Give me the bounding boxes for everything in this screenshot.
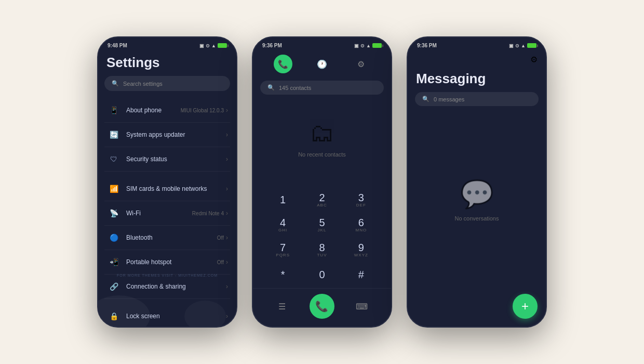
- settings-item-3[interactable]: 📶 SIM cards & mobile networks ›: [104, 177, 230, 201]
- msg-header: ⚙: [408, 50, 546, 69]
- key-num-7: 7: [280, 242, 286, 253]
- messaging-content: ⚙ Messaging 🔍 0 messages 💬 No conversati…: [408, 50, 546, 324]
- no-conversations-area: 💬 No conversations: [408, 111, 546, 289]
- wifi-icon: ⊙: [206, 43, 210, 48]
- key-letters-2: ABC: [317, 203, 327, 207]
- item-arrow-1: ›: [226, 131, 228, 138]
- status-bar-2: 9:36 PM ▣ ⊙ ▲: [253, 37, 391, 50]
- key-5[interactable]: 5 JKL: [306, 213, 338, 236]
- item-arrow-6: ›: [226, 258, 228, 266]
- sim-icon: ▣: [199, 43, 204, 48]
- item-icon-7: 🔗: [106, 279, 121, 294]
- dialer-bottom-bar: ☰ 📞 ⌨: [253, 288, 391, 324]
- keypad-row-1: 4 GHI 5 JKL 6 MNO: [263, 213, 381, 236]
- messaging-title: Messaging: [408, 69, 546, 92]
- key-num-2: 2: [319, 192, 325, 203]
- key-6[interactable]: 6 MNO: [345, 213, 377, 236]
- status-bar-3: 9:36 PM ▣ ⊙ ▲: [408, 37, 546, 50]
- key-num-5: 5: [319, 217, 325, 228]
- compose-button[interactable]: +: [513, 294, 538, 319]
- item-sub-4: Redmi Note 4: [192, 211, 224, 216]
- tab-contacts-settings[interactable]: ⚙: [352, 55, 370, 73]
- key-letters-8: TUV: [317, 253, 327, 257]
- signal-icon-3: ▲: [521, 43, 526, 48]
- msg-search-bar[interactable]: 🔍 0 messages: [415, 92, 539, 106]
- settings-item-2[interactable]: 🛡 Security status ›: [104, 147, 230, 172]
- section-gap-8: [104, 299, 230, 304]
- search-icon-dialer: 🔍: [267, 84, 275, 91]
- contacts-empty: 🗂 No recent contacts: [253, 98, 391, 188]
- settings-item-8[interactable]: 🔒 Lock screen ›: [104, 304, 230, 324]
- msg-bottom-bar: +: [408, 289, 546, 324]
- call-button[interactable]: 📞: [310, 294, 334, 319]
- item-label-6: Portable hotspot: [126, 258, 217, 266]
- keypad-button[interactable]: ⌨: [352, 296, 372, 317]
- settings-icon-msg[interactable]: ⚙: [530, 55, 538, 64]
- item-label-4: Wi-Fi: [126, 210, 192, 217]
- item-arrow-7: ›: [226, 283, 228, 290]
- item-sub-0: MIUI Global 12.0.3: [181, 108, 224, 113]
- dialer-content: 📞 🕐 ⚙ 🔍 145 contacts 🗂 No recent contact…: [253, 50, 391, 324]
- empty-contacts-icon: 🗂: [310, 119, 334, 147]
- item-label-0: About phone: [126, 107, 181, 114]
- key-0[interactable]: 0: [306, 263, 338, 286]
- item-icon-3: 📶: [106, 181, 121, 196]
- item-icon-0: 📱: [106, 103, 121, 118]
- phone-messaging: 9:36 PM ▣ ⊙ ▲ ⚙ Messaging 🔍 0 messages 💬…: [407, 36, 547, 328]
- settings-title: Settings: [104, 50, 230, 76]
- battery-icon-3: [527, 43, 536, 48]
- settings-item-5[interactable]: 🔵 Bluetooth Off ›: [104, 226, 230, 250]
- settings-item-7[interactable]: 🔗 Connection & sharing ›: [104, 275, 230, 299]
- key-#[interactable]: #: [345, 263, 377, 286]
- item-arrow-3: ›: [226, 185, 228, 192]
- settings-list: 📱 About phone MIUI Global 12.0.3 › 🔄 Sys…: [104, 98, 230, 324]
- tab-recents[interactable]: 🕐: [313, 55, 331, 73]
- wifi-icon-2: ⊙: [360, 43, 365, 48]
- key-3[interactable]: 3 DEF: [345, 188, 377, 211]
- item-sub-6: Off: [217, 259, 224, 265]
- key-letters-5: JKL: [318, 228, 327, 232]
- item-arrow-8: ›: [226, 313, 228, 320]
- key-letters-4: GHI: [278, 228, 287, 232]
- contacts-search[interactable]: 🔍 145 contacts: [260, 81, 384, 95]
- item-icon-8: 🔒: [106, 309, 121, 323]
- settings-item-6[interactable]: 📲 Portable hotspot Off ›: [104, 250, 230, 275]
- item-icon-1: 🔄: [106, 127, 121, 142]
- settings-item-1[interactable]: 🔄 System apps updater ›: [104, 123, 230, 147]
- item-arrow-2: ›: [226, 155, 228, 163]
- signal-icon: ▲: [211, 43, 216, 48]
- key-2[interactable]: 2 ABC: [306, 188, 338, 211]
- key-7[interactable]: 7 PQRS: [267, 238, 299, 261]
- search-icon-msg: 🔍: [422, 96, 430, 102]
- key-1[interactable]: 1: [267, 188, 299, 211]
- search-placeholder: Search settings: [123, 81, 163, 87]
- item-icon-4: 📡: [106, 206, 121, 220]
- key-num-0: 0: [319, 269, 325, 280]
- settings-content: Settings 🔍 Search settings 📱 About phone…: [98, 50, 236, 324]
- phone-settings: 9:48 PM ▣ ⊙ ▲ Settings 🔍 Search settings…: [97, 36, 237, 328]
- item-label-8: Lock screen: [126, 313, 226, 320]
- key-9[interactable]: 9 WXYZ: [345, 238, 377, 261]
- settings-item-0[interactable]: 📱 About phone MIUI Global 12.0.3 ›: [104, 98, 230, 123]
- item-arrow-4: ›: [226, 210, 228, 217]
- menu-button[interactable]: ☰: [272, 296, 292, 317]
- key-*[interactable]: *: [267, 263, 299, 286]
- status-bar-1: 9:48 PM ▣ ⊙ ▲: [98, 37, 236, 50]
- item-label-5: Bluetooth: [126, 234, 217, 241]
- keypad-row-0: 1 2 ABC 3 DEF: [263, 188, 381, 211]
- key-num-9: 9: [358, 242, 364, 253]
- item-icon-5: 🔵: [106, 230, 121, 245]
- key-8[interactable]: 8 TUV: [306, 238, 338, 261]
- key-letters-7: PQRS: [276, 253, 290, 257]
- keypad-row-3: * 0 #: [263, 263, 381, 286]
- tab-phone[interactable]: 📞: [274, 55, 292, 73]
- key-num-1: 1: [280, 194, 286, 205]
- contacts-count: 145 contacts: [279, 85, 311, 91]
- status-icons-2: ▣ ⊙ ▲: [354, 43, 382, 48]
- key-4[interactable]: 4 GHI: [267, 213, 299, 236]
- settings-item-4[interactable]: 📡 Wi-Fi Redmi Note 4 ›: [104, 201, 230, 226]
- keypad: 1 2 ABC 3 DEF 4 GHI 5 JKL 6 MNO 7 PQRS 8…: [253, 188, 391, 288]
- settings-search-bar[interactable]: 🔍 Search settings: [104, 76, 230, 91]
- time-3: 9:36 PM: [417, 43, 437, 48]
- key-num-*: *: [281, 269, 285, 280]
